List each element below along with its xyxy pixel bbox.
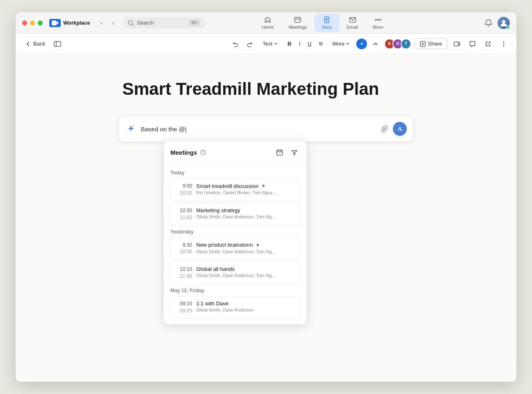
svg-rect-2 bbox=[295, 18, 300, 23]
ai-prompt-text[interactable]: Based on the @| bbox=[141, 126, 377, 133]
tab-home[interactable]: Home bbox=[255, 14, 281, 32]
forward-arrow[interactable]: › bbox=[108, 18, 118, 28]
meetings-body: Today 9:00 10:02 Smart treadmill discuss… bbox=[164, 163, 307, 324]
meeting-item[interactable]: 9:00 10:02 Smart treadmill discussion ✦ … bbox=[170, 178, 301, 201]
add-block-button[interactable]: + bbox=[356, 39, 367, 49]
filter-icon[interactable] bbox=[289, 147, 300, 158]
meeting-name: 1:1 with Dave bbox=[196, 300, 296, 307]
meetings-panel-title: Meetings bbox=[170, 149, 197, 156]
meeting-time: 10:30 11:00 bbox=[174, 207, 192, 221]
online-indicator bbox=[506, 25, 510, 29]
svg-point-27 bbox=[203, 151, 203, 151]
app-window: Workplace ‹ › Search ⌘F Home bbox=[16, 12, 516, 382]
italic-button[interactable]: I bbox=[296, 39, 304, 49]
meeting-participants: Olivia Smith, Dave Anderson, Tom Nguyen.… bbox=[196, 249, 278, 254]
meeting-name: New product brainstorm ✦ bbox=[196, 242, 296, 248]
svg-point-12 bbox=[378, 19, 379, 21]
meeting-item[interactable]: 10:30 11:00 Marketing strategy Olivia Sm… bbox=[170, 203, 301, 226]
meeting-participants: Olivia Smith, Dave Anderson bbox=[196, 307, 278, 312]
meeting-name: Smart treadmill discussion ✦ bbox=[196, 183, 296, 189]
ai-prompt-wrapper: Based on the @| Meetings bbox=[118, 116, 414, 142]
text-style-button[interactable]: Text bbox=[259, 39, 281, 49]
toolbar: Back Text bbox=[16, 34, 516, 54]
nav-tabs: Home Meetings Docs bbox=[255, 14, 391, 32]
meeting-time: 9:00 10:02 bbox=[174, 183, 192, 197]
meeting-info: New product brainstorm ✦ Olivia Smith, D… bbox=[196, 242, 296, 254]
zoom-logo-text: Workplace bbox=[63, 20, 90, 26]
svg-point-23 bbox=[503, 43, 504, 44]
meetings-header-icons bbox=[274, 147, 300, 158]
collaborator-avatar-3: T bbox=[401, 39, 411, 49]
underline-button[interactable]: U bbox=[305, 39, 315, 49]
meeting-item[interactable]: 9:30 10:00 New product brainstorm ✦ Oliv… bbox=[170, 237, 301, 260]
meeting-time: 9:30 10:00 bbox=[174, 242, 192, 256]
svg-point-13 bbox=[380, 19, 381, 21]
back-button[interactable]: Back bbox=[22, 39, 48, 48]
comment-button[interactable] bbox=[466, 38, 479, 50]
date-label-today: Today bbox=[170, 170, 301, 176]
ai-attach-button[interactable] bbox=[381, 125, 389, 133]
meetings-title-row: Meetings bbox=[170, 149, 206, 156]
meeting-info: Marketing strategy Olivia Smith, Dave An… bbox=[196, 207, 296, 219]
bold-button[interactable]: B bbox=[284, 39, 295, 49]
date-label-yesterday: Yesterday bbox=[170, 229, 301, 235]
strikethrough-button[interactable]: S bbox=[316, 39, 326, 49]
svg-point-22 bbox=[503, 41, 504, 42]
svg-point-14 bbox=[502, 20, 505, 23]
external-link-button[interactable] bbox=[482, 38, 494, 50]
meeting-info: 1:1 with Dave Olivia Smith, Dave Anderso… bbox=[196, 300, 296, 312]
search-icon bbox=[128, 20, 134, 26]
meeting-info: Global all hands Olivia Smith, Dave Ande… bbox=[196, 266, 296, 278]
meeting-name: Global all hands bbox=[196, 266, 296, 272]
search-label: Search bbox=[137, 20, 186, 26]
zoom-logo-icon bbox=[49, 19, 61, 27]
meetings-info-icon[interactable] bbox=[200, 149, 206, 156]
meeting-time: 10:10 11:45 bbox=[174, 266, 192, 280]
collapse-button[interactable] bbox=[370, 39, 381, 49]
tab-email[interactable]: Email bbox=[339, 14, 366, 32]
date-label-may12: May 12, Friday bbox=[170, 288, 301, 293]
meeting-ai-icon: ✦ bbox=[261, 183, 266, 189]
search-shortcut: ⌘F bbox=[189, 20, 200, 26]
svg-point-24 bbox=[503, 45, 504, 46]
undo-button[interactable] bbox=[229, 39, 242, 49]
meeting-ai-icon: ✦ bbox=[255, 242, 260, 248]
svg-rect-28 bbox=[277, 150, 282, 155]
search-bar[interactable]: Search ⌘F bbox=[123, 17, 205, 28]
svg-line-21 bbox=[488, 42, 490, 44]
meeting-name: Marketing strategy bbox=[196, 207, 296, 213]
document-title[interactable]: Smart Treadmill Marketing Plan bbox=[122, 79, 410, 99]
sidebar-toggle-button[interactable] bbox=[52, 38, 63, 50]
minimize-button[interactable] bbox=[30, 21, 35, 25]
svg-rect-20 bbox=[454, 42, 458, 46]
more-options-button[interactable]: More bbox=[329, 39, 353, 49]
formatting-group: B I U S bbox=[284, 39, 326, 49]
tab-meetings[interactable]: Meetings bbox=[281, 14, 314, 32]
meeting-info: Smart treadmill discussion ✦ Kei Umekoc,… bbox=[196, 183, 296, 195]
redo-button[interactable] bbox=[243, 39, 256, 49]
tab-docs[interactable]: Docs bbox=[314, 14, 339, 32]
share-button[interactable]: Share bbox=[415, 38, 447, 49]
maximize-button[interactable] bbox=[38, 21, 43, 25]
user-avatar[interactable] bbox=[498, 17, 510, 29]
meeting-item[interactable]: 10:10 11:45 Global all hands Olivia Smit… bbox=[170, 261, 301, 284]
svg-line-1 bbox=[132, 24, 133, 25]
meeting-participants: Olivia Smith, Dave Anderson, Tom Nguyen.… bbox=[196, 273, 278, 278]
titlebar: Workplace ‹ › Search ⌘F Home bbox=[16, 12, 516, 34]
titlebar-right bbox=[484, 17, 510, 29]
tab-more[interactable]: More bbox=[365, 14, 390, 32]
close-button[interactable] bbox=[22, 21, 27, 25]
meeting-item[interactable]: 09:15 09:25 1:1 with Dave Olivia Smith, … bbox=[170, 296, 301, 319]
traffic-lights bbox=[22, 21, 43, 25]
video-button[interactable] bbox=[451, 38, 463, 50]
meeting-time: 09:15 09:25 bbox=[174, 300, 192, 314]
ai-prompt-bar[interactable]: Based on the @| bbox=[118, 116, 414, 142]
kebab-menu-button[interactable] bbox=[498, 38, 510, 50]
back-arrow[interactable]: ‹ bbox=[97, 18, 107, 28]
meetings-dropdown: Meetings bbox=[163, 140, 307, 325]
calendar-icon[interactable] bbox=[274, 147, 285, 158]
ai-send-button[interactable] bbox=[393, 122, 407, 136]
notifications-button[interactable] bbox=[484, 19, 493, 27]
zoom-logo: Workplace bbox=[49, 19, 90, 27]
svg-point-11 bbox=[375, 19, 376, 21]
